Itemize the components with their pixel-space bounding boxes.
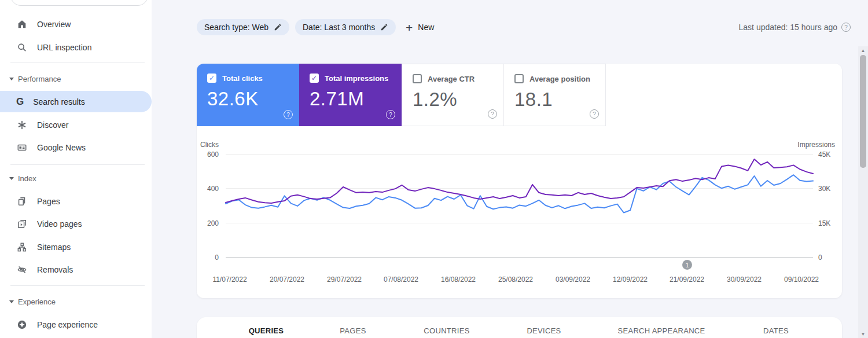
sidebar-item-label: Pages — [37, 197, 60, 206]
x-axis-tick: 16/08/2022 — [441, 275, 476, 284]
metric-label: Average position — [529, 75, 590, 83]
metric-card-average-ctr[interactable]: ✓ Average CTR 1.2% ? — [402, 64, 504, 126]
annotation-badge[interactable]: 1 — [682, 260, 692, 270]
vertical-scrollbar[interactable]: ▲ ▼ — [858, 46, 868, 338]
help-icon[interactable]: ? — [841, 23, 851, 32]
sidebar-item-label: Sitemaps — [37, 243, 71, 252]
help-icon[interactable]: ? — [488, 109, 497, 119]
metric-card-total-clicks[interactable]: ✓ Total clicks 32.6K ? — [197, 64, 299, 126]
metric-value: 32.6K — [207, 88, 289, 110]
dimensions-table-card: QUERIES PAGES COUNTRIES DEVICES SEARCH A… — [197, 317, 842, 338]
sitemaps-icon — [16, 241, 28, 253]
sidebar-section-performance[interactable]: Performance — [9, 74, 61, 83]
checkmark-icon: ✓ — [209, 75, 215, 82]
discover-icon — [16, 119, 28, 131]
checkbox-average-position[interactable]: ✓ — [514, 74, 524, 83]
sidebar-item-label: Video pages — [37, 219, 82, 229]
help-icon[interactable]: ? — [284, 110, 293, 119]
news-icon — [16, 142, 28, 153]
right-axis-title: Impressions — [777, 141, 835, 149]
metric-card-average-position[interactable]: ✓ Average position 18.1 ? — [503, 64, 606, 126]
y-axis-tick: 200 — [179, 219, 219, 227]
scrollbar-up-arrow[interactable]: ▲ — [858, 46, 868, 54]
x-axis-tick: 12/09/2022 — [613, 275, 648, 284]
google-g-icon: G — [16, 96, 24, 108]
y-axis-tick: 45K — [818, 150, 844, 159]
sidebar-item-video-pages[interactable]: Video pages — [16, 217, 82, 231]
property-selector[interactable] — [10, 0, 148, 6]
chevron-down-icon — [9, 177, 14, 180]
y-axis-tick: 0 — [818, 254, 844, 262]
filter-chip-search-type[interactable]: Search type: Web — [197, 19, 289, 35]
x-axis-tick: 25/08/2022 — [498, 275, 533, 284]
last-updated-text: Last updated: 15 hours ago — [739, 23, 837, 32]
sidebar-item-label: Page experience — [37, 320, 98, 329]
performance-line-chart[interactable] — [226, 154, 813, 257]
sidebar-item-label: Search results — [33, 97, 84, 106]
tab-countries[interactable]: COUNTRIES — [424, 326, 469, 335]
sidebar-item-label: URL inspection — [37, 43, 91, 52]
sidebar-section-experience[interactable]: Experience — [9, 297, 56, 306]
tab-dates[interactable]: DATES — [763, 326, 789, 335]
edit-pencil-icon[interactable] — [380, 23, 388, 31]
sidebar-item-page-experience[interactable]: Page experience — [16, 318, 98, 332]
sidebar: Overview URL inspection Performance G Se… — [0, 0, 152, 338]
scrollbar-thumb[interactable] — [860, 55, 866, 168]
x-axis-tick: 03/09/2022 — [556, 275, 590, 284]
help-icon[interactable]: ? — [590, 109, 599, 119]
left-axis-title: Clicks — [179, 141, 219, 149]
sidebar-divider — [10, 285, 145, 286]
video-pages-icon — [16, 218, 28, 230]
sidebar-divider — [10, 62, 145, 63]
help-icon[interactable]: ? — [386, 110, 395, 119]
sidebar-item-removals[interactable]: Removals — [16, 263, 73, 277]
plus-icon: + — [406, 21, 413, 34]
checkbox-total-impressions[interactable]: ✓ — [310, 74, 319, 83]
search-console-app: Overview URL inspection Performance G Se… — [0, 0, 868, 338]
y-axis-tick: 400 — [179, 185, 219, 193]
tab-search-appearance[interactable]: SEARCH APPEARANCE — [617, 326, 705, 335]
sidebar-item-google-news[interactable]: Google News — [16, 141, 86, 155]
tab-devices[interactable]: DEVICES — [527, 326, 561, 335]
search-icon — [16, 42, 28, 53]
sidebar-section-index[interactable]: Index — [9, 174, 36, 183]
removals-eye-off-icon — [16, 264, 28, 275]
home-icon — [16, 19, 28, 30]
x-axis-tick: 30/09/2022 — [727, 275, 762, 284]
metric-label: Total impressions — [325, 74, 388, 83]
sidebar-section-label: Experience — [18, 297, 56, 306]
new-filter-button[interactable]: + New — [406, 19, 434, 35]
tab-queries[interactable]: QUERIES — [249, 326, 284, 335]
metric-value: 1.2% — [413, 89, 493, 111]
sidebar-item-pages[interactable]: Pages — [16, 194, 60, 208]
metric-label: Total clicks — [222, 74, 263, 83]
y-axis-tick: 600 — [179, 150, 219, 159]
sidebar-section-label: Performance — [18, 75, 61, 83]
tab-pages[interactable]: PAGES — [340, 326, 366, 335]
checkbox-average-ctr[interactable]: ✓ — [413, 74, 422, 83]
metric-card-total-impressions[interactable]: ✓ Total impressions 2.71M ? — [299, 64, 402, 126]
sidebar-item-label: Google News — [37, 143, 86, 152]
page-experience-icon — [16, 319, 28, 330]
checkmark-icon: ✓ — [311, 75, 317, 82]
sidebar-item-sitemaps[interactable]: Sitemaps — [16, 240, 71, 254]
checkbox-total-clicks[interactable]: ✓ — [207, 74, 216, 83]
x-axis-labels: 11/07/2022 20/07/2022 29/07/2022 07/08/2… — [226, 275, 813, 284]
sidebar-item-overview[interactable]: Overview — [16, 17, 71, 31]
edit-pencil-icon[interactable] — [274, 23, 282, 31]
x-axis-tick: 11/07/2022 — [212, 275, 247, 284]
sidebar-item-search-results[interactable]: G Search results — [0, 91, 152, 112]
y-axis-tick: 15K — [818, 219, 844, 227]
sidebar-item-url-inspection[interactable]: URL inspection — [16, 41, 91, 54]
filter-chip-label: Date: Last 3 months — [303, 23, 375, 32]
x-axis-tick: 20/07/2022 — [270, 275, 304, 284]
scrollbar-down-arrow[interactable]: ▼ — [858, 330, 868, 338]
metric-value: 2.71M — [310, 88, 391, 110]
filter-chip-label: Search type: Web — [204, 23, 269, 32]
sidebar-item-label: Removals — [37, 265, 73, 274]
filter-chip-date[interactable]: Date: Last 3 months — [295, 19, 396, 35]
sidebar-item-discover[interactable]: Discover — [16, 118, 68, 132]
x-axis-line — [226, 257, 813, 258]
last-updated: Last updated: 15 hours ago ? — [739, 23, 851, 32]
chevron-down-icon — [9, 300, 14, 303]
